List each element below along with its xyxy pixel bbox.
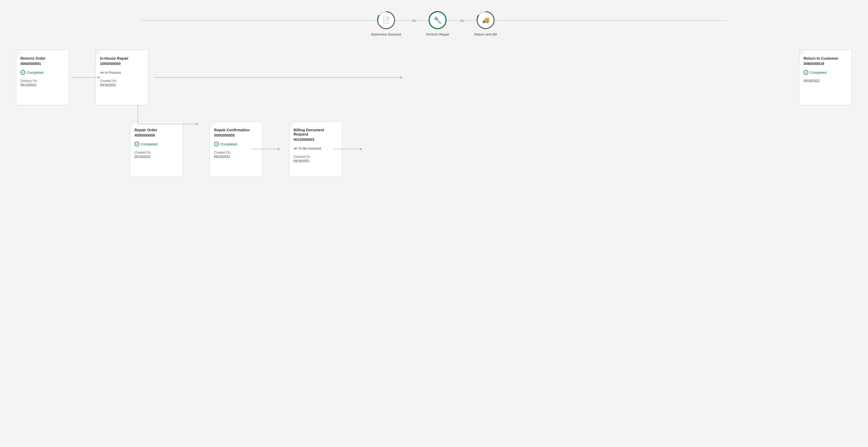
repair-order-status-text: Completed	[141, 142, 158, 146]
repair-order-date-label: Created On	[134, 151, 179, 154]
returns-order-date: 05/13/2022	[21, 83, 64, 87]
inhouse-repair-status-text: In Process	[105, 70, 121, 74]
top-row: Returns Order 0060000001 Completed Deliv…	[16, 50, 852, 105]
returns-order-date-label: Delivery On	[21, 79, 64, 83]
step-return-and-bill: 🚚 Return and Bill	[474, 10, 497, 36]
billing-document-status: »» To Be Invoiced	[293, 146, 338, 151]
step-perform-repair: 🔧 Perform Repair	[426, 10, 449, 36]
return-to-customer-card[interactable]: Return to Customer 0080000019 Completed …	[799, 50, 852, 105]
step-perform-repair-label: Perform Repair	[426, 32, 449, 36]
main-container: 📄 Determine Demand »» 🔧 Perform Repair »…	[0, 0, 868, 447]
returns-order-card[interactable]: Returns Order 0060000001 Completed Deliv…	[16, 50, 69, 105]
repair-confirmation-date-label: Created On	[214, 151, 258, 154]
repair-confirmation-status-icon	[214, 142, 219, 146]
billing-document-number: 0010000003	[293, 138, 338, 142]
wrench-icon: 🔧	[433, 16, 442, 24]
inhouse-repair-date-label: Created On	[100, 79, 144, 83]
inhouse-repair-status-icon: »»	[100, 70, 103, 75]
inhouse-repair-card[interactable]: In-House Repair 1000000000 »» In Process…	[95, 50, 149, 105]
repair-order-status: Completed	[134, 142, 179, 146]
returns-order-status-icon	[21, 70, 25, 75]
flow-wrapper: Returns Order 0060000001 Completed Deliv…	[16, 50, 852, 177]
perform-repair-circle: 🔧	[428, 10, 447, 30]
billing-document-title: Billing Document Request	[293, 126, 338, 136]
inhouse-repair-number: 1000000000	[100, 62, 144, 66]
step-determine-demand: 📄 Determine Demand	[371, 10, 401, 36]
returns-order-status: Completed	[21, 70, 64, 75]
returns-order-number: 0060000001	[21, 62, 64, 66]
inhouse-repair-date: 05/18/2022	[100, 83, 144, 87]
return-and-bill-circle: 🚚	[476, 10, 495, 30]
repair-confirmation-title: Repair Confirmation	[214, 126, 258, 132]
return-to-customer-status-icon	[804, 70, 808, 75]
determine-demand-circle: 📄	[377, 10, 396, 30]
return-to-customer-status-text: Completed	[810, 70, 827, 74]
returns-order-status-text: Completed	[27, 70, 43, 74]
returns-order-title: Returns Order	[21, 54, 64, 60]
step-determine-demand-label: Determine Demand	[371, 32, 401, 36]
repair-confirmation-status-text: Completed	[220, 142, 237, 146]
repair-order-status-icon	[134, 142, 139, 146]
check-circle-4	[134, 142, 139, 146]
inhouse-repair-status: »» In Process	[100, 70, 144, 75]
step-return-and-bill-label: Return and Bill	[474, 32, 497, 36]
repair-order-number: 4000000000	[134, 133, 179, 138]
billing-document-date: 05/19/2022	[293, 159, 338, 163]
repair-confirmation-card[interactable]: Repair Confirmation 5000000000 Completed…	[210, 121, 262, 177]
check-circle-1	[21, 70, 25, 75]
billing-document-date-label: Created On	[293, 155, 338, 159]
truck-icon: 🚚	[482, 17, 489, 24]
repair-confirmation-date: 05/19/2022	[214, 155, 258, 159]
billing-document-status-icon: »»	[293, 146, 297, 151]
return-to-customer-number: 0080000019	[804, 62, 847, 66]
return-to-customer-title: Return to Customer	[804, 54, 847, 60]
bottom-row: Repair Order 4000000000 Completed Create…	[130, 121, 852, 177]
repair-order-date: 05/18/2022	[134, 155, 179, 159]
repair-order-card[interactable]: Repair Order 4000000000 Completed Create…	[130, 121, 183, 177]
check-circle-5	[214, 142, 219, 146]
check-circle-3	[804, 70, 808, 75]
repair-order-title: Repair Order	[134, 126, 179, 132]
return-to-customer-status: Completed	[804, 70, 847, 75]
inhouse-repair-title: In-House Repair	[100, 54, 144, 60]
repair-confirmation-number: 5000000000	[214, 133, 258, 138]
repair-confirmation-status: Completed	[214, 142, 258, 146]
return-to-customer-date: 05/18/2022	[804, 79, 847, 83]
billing-document-status-text: To Be Invoiced	[298, 146, 321, 150]
document-icon: 📄	[382, 17, 390, 24]
billing-document-card[interactable]: Billing Document Request 0010000003 »» T…	[289, 121, 342, 177]
process-steps: 📄 Determine Demand »» 🔧 Perform Repair »…	[16, 10, 852, 36]
